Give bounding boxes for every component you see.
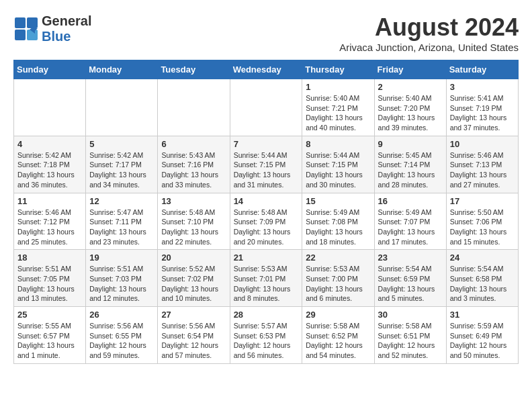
day-cell: 23Sunrise: 5:54 AM Sunset: 6:59 PM Dayli… — [374, 250, 446, 307]
day-info: Sunrise: 5:49 AM Sunset: 7:07 PM Dayligh… — [378, 208, 443, 247]
week-row-4: 18Sunrise: 5:51 AM Sunset: 7:05 PM Dayli… — [14, 250, 519, 307]
day-info: Sunrise: 5:51 AM Sunset: 7:03 PM Dayligh… — [89, 264, 154, 304]
day-info: Sunrise: 5:48 AM Sunset: 7:10 PM Dayligh… — [161, 208, 226, 247]
week-row-1: 1Sunrise: 5:40 AM Sunset: 7:21 PM Daylig… — [14, 79, 519, 136]
day-cell: 17Sunrise: 5:50 AM Sunset: 7:06 PM Dayli… — [446, 193, 518, 250]
logo: General Blue — [13, 13, 91, 44]
day-cell: 1Sunrise: 5:40 AM Sunset: 7:21 PM Daylig… — [302, 79, 374, 136]
day-cell: 21Sunrise: 5:53 AM Sunset: 7:01 PM Dayli… — [230, 250, 302, 307]
day-number: 8 — [306, 139, 370, 149]
day-cell: 2Sunrise: 5:40 AM Sunset: 7:20 PM Daylig… — [374, 79, 446, 136]
day-cell: 16Sunrise: 5:49 AM Sunset: 7:07 PM Dayli… — [374, 193, 446, 250]
day-number: 12 — [89, 196, 154, 206]
day-info: Sunrise: 5:42 AM Sunset: 7:18 PM Dayligh… — [17, 150, 82, 190]
day-cell: 7Sunrise: 5:44 AM Sunset: 7:15 PM Daylig… — [230, 136, 302, 193]
day-info: Sunrise: 5:50 AM Sunset: 7:06 PM Dayligh… — [450, 208, 515, 247]
day-info: Sunrise: 5:53 AM Sunset: 7:00 PM Dayligh… — [306, 264, 370, 304]
day-info: Sunrise: 5:52 AM Sunset: 7:02 PM Dayligh… — [161, 264, 226, 304]
day-number: 28 — [234, 310, 299, 320]
week-row-3: 11Sunrise: 5:46 AM Sunset: 7:12 PM Dayli… — [14, 193, 519, 250]
day-info: Sunrise: 5:48 AM Sunset: 7:09 PM Dayligh… — [234, 208, 299, 247]
day-cell: 29Sunrise: 5:58 AM Sunset: 6:52 PM Dayli… — [302, 307, 374, 364]
day-info: Sunrise: 5:55 AM Sunset: 6:57 PM Dayligh… — [17, 321, 82, 361]
day-cell: 15Sunrise: 5:49 AM Sunset: 7:08 PM Dayli… — [302, 193, 374, 250]
col-wednesday: Wednesday — [230, 60, 302, 79]
day-info: Sunrise: 5:42 AM Sunset: 7:17 PM Dayligh… — [89, 150, 154, 190]
logo-blue-text: Blue — [42, 29, 71, 44]
day-cell: 31Sunrise: 5:59 AM Sunset: 6:49 PM Dayli… — [446, 307, 518, 364]
day-number: 11 — [17, 196, 82, 206]
svg-rect-2 — [15, 30, 26, 40]
day-cell: 11Sunrise: 5:46 AM Sunset: 7:12 PM Dayli… — [14, 193, 86, 250]
day-cell — [86, 79, 158, 136]
logo-general-text: General — [42, 13, 91, 28]
day-cell: 5Sunrise: 5:42 AM Sunset: 7:17 PM Daylig… — [86, 136, 158, 193]
svg-rect-1 — [27, 17, 38, 28]
day-number: 29 — [306, 310, 370, 320]
day-number: 15 — [306, 196, 370, 206]
day-number: 21 — [234, 253, 299, 263]
day-cell — [230, 79, 302, 136]
day-number: 22 — [306, 253, 370, 263]
day-cell: 12Sunrise: 5:47 AM Sunset: 7:11 PM Dayli… — [86, 193, 158, 250]
header-row: Sunday Monday Tuesday Wednesday Thursday… — [14, 60, 519, 79]
day-info: Sunrise: 5:43 AM Sunset: 7:16 PM Dayligh… — [161, 150, 226, 190]
day-number: 5 — [89, 139, 154, 149]
day-info: Sunrise: 5:57 AM Sunset: 6:53 PM Dayligh… — [234, 321, 299, 361]
day-cell: 4Sunrise: 5:42 AM Sunset: 7:18 PM Daylig… — [14, 136, 86, 193]
col-tuesday: Tuesday — [158, 60, 230, 79]
calendar-title: August 2024 — [339, 13, 519, 42]
day-number: 7 — [234, 139, 299, 149]
day-number: 4 — [17, 139, 82, 149]
day-info: Sunrise: 5:40 AM Sunset: 7:20 PM Dayligh… — [378, 93, 443, 133]
week-row-2: 4Sunrise: 5:42 AM Sunset: 7:18 PM Daylig… — [14, 136, 519, 193]
day-info: Sunrise: 5:54 AM Sunset: 6:59 PM Dayligh… — [378, 264, 443, 304]
day-cell: 14Sunrise: 5:48 AM Sunset: 7:09 PM Dayli… — [230, 193, 302, 250]
day-number: 13 — [161, 196, 226, 206]
day-info: Sunrise: 5:45 AM Sunset: 7:14 PM Dayligh… — [378, 150, 443, 190]
day-cell: 27Sunrise: 5:56 AM Sunset: 6:54 PM Dayli… — [158, 307, 230, 364]
day-number: 30 — [378, 310, 443, 320]
day-cell: 6Sunrise: 5:43 AM Sunset: 7:16 PM Daylig… — [158, 136, 230, 193]
day-number: 27 — [161, 310, 226, 320]
col-friday: Friday — [374, 60, 446, 79]
day-info: Sunrise: 5:51 AM Sunset: 7:05 PM Dayligh… — [17, 264, 82, 304]
day-cell — [14, 79, 86, 136]
title-section: August 2024 Arivaca Junction, Arizona, U… — [339, 13, 519, 53]
day-info: Sunrise: 5:46 AM Sunset: 7:12 PM Dayligh… — [17, 208, 82, 247]
day-number: 26 — [89, 310, 154, 320]
day-cell: 18Sunrise: 5:51 AM Sunset: 7:05 PM Dayli… — [14, 250, 86, 307]
day-cell: 3Sunrise: 5:41 AM Sunset: 7:19 PM Daylig… — [446, 79, 518, 136]
day-number: 6 — [161, 139, 226, 149]
day-info: Sunrise: 5:53 AM Sunset: 7:01 PM Dayligh… — [234, 264, 299, 304]
col-thursday: Thursday — [302, 60, 374, 79]
day-info: Sunrise: 5:56 AM Sunset: 6:55 PM Dayligh… — [89, 321, 154, 361]
day-number: 9 — [378, 139, 443, 149]
calendar-table: Sunday Monday Tuesday Wednesday Thursday… — [13, 60, 519, 364]
page-header: General Blue August 2024 Arivaca Junctio… — [13, 13, 519, 53]
day-info: Sunrise: 5:40 AM Sunset: 7:21 PM Dayligh… — [306, 93, 370, 133]
day-cell: 20Sunrise: 5:52 AM Sunset: 7:02 PM Dayli… — [158, 250, 230, 307]
day-info: Sunrise: 5:54 AM Sunset: 6:58 PM Dayligh… — [450, 264, 515, 304]
col-monday: Monday — [86, 60, 158, 79]
day-cell — [158, 79, 230, 136]
day-number: 1 — [306, 82, 370, 92]
day-info: Sunrise: 5:44 AM Sunset: 7:15 PM Dayligh… — [234, 150, 299, 190]
day-number: 18 — [17, 253, 82, 263]
day-cell: 19Sunrise: 5:51 AM Sunset: 7:03 PM Dayli… — [86, 250, 158, 307]
day-cell: 25Sunrise: 5:55 AM Sunset: 6:57 PM Dayli… — [14, 307, 86, 364]
day-cell: 30Sunrise: 5:58 AM Sunset: 6:51 PM Dayli… — [374, 307, 446, 364]
day-info: Sunrise: 5:47 AM Sunset: 7:11 PM Dayligh… — [89, 208, 154, 247]
day-number: 20 — [161, 253, 226, 263]
day-number: 23 — [378, 253, 443, 263]
week-row-5: 25Sunrise: 5:55 AM Sunset: 6:57 PM Dayli… — [14, 307, 519, 364]
day-info: Sunrise: 5:56 AM Sunset: 6:54 PM Dayligh… — [161, 321, 226, 361]
day-cell: 13Sunrise: 5:48 AM Sunset: 7:10 PM Dayli… — [158, 193, 230, 250]
col-sunday: Sunday — [14, 60, 86, 79]
day-number: 3 — [450, 82, 515, 92]
day-number: 19 — [89, 253, 154, 263]
day-info: Sunrise: 5:59 AM Sunset: 6:49 PM Dayligh… — [450, 321, 515, 361]
day-cell: 22Sunrise: 5:53 AM Sunset: 7:00 PM Dayli… — [302, 250, 374, 307]
day-number: 10 — [450, 139, 515, 149]
col-saturday: Saturday — [446, 60, 518, 79]
